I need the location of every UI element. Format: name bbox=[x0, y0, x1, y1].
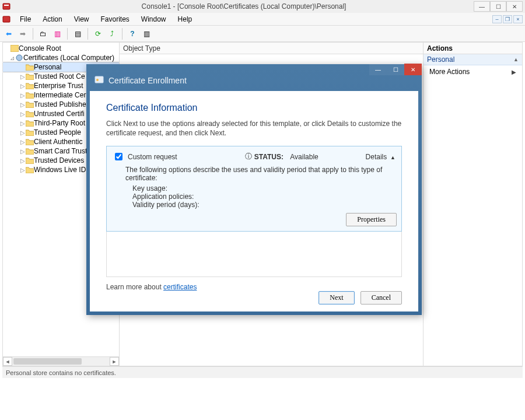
expand-icon[interactable]: ▷ bbox=[19, 102, 26, 108]
actions-group-label: Personal bbox=[427, 55, 454, 64]
tree-item-label: Trusted Devices bbox=[34, 156, 84, 164]
panel-icon: ▥ bbox=[54, 30, 61, 38]
svg-rect-0 bbox=[3, 4, 10, 9]
expand-icon[interactable]: ▷ bbox=[19, 83, 26, 89]
menu-file[interactable]: File bbox=[14, 14, 37, 24]
chevron-up-icon: ▲ bbox=[513, 57, 519, 62]
tree-item-label: Windows Live ID bbox=[34, 166, 86, 174]
dialog-instructions: Click Next to use the options already se… bbox=[106, 119, 402, 138]
mdi-restore-button[interactable]: ❐ bbox=[503, 15, 512, 23]
mdi-close-button[interactable]: × bbox=[513, 15, 523, 23]
scroll-track[interactable] bbox=[12, 357, 110, 366]
actions-more-label: More Actions bbox=[429, 68, 470, 76]
menu-bar: File Action View Favorites Window Help –… bbox=[0, 13, 525, 26]
tree-item-label: Trusted People bbox=[34, 128, 81, 136]
dialog-close-button[interactable]: ✕ bbox=[404, 64, 422, 75]
dialog-minimize-button[interactable]: — bbox=[369, 64, 387, 75]
toolbar-refresh-button[interactable]: ⟳ bbox=[92, 27, 104, 40]
dialog-maximize-button[interactable]: ☐ bbox=[387, 64, 404, 75]
nav-forward-button[interactable]: ➡ bbox=[16, 27, 29, 40]
mdi-minimize-button[interactable]: – bbox=[492, 15, 502, 23]
expand-icon[interactable]: ▷ bbox=[19, 74, 26, 80]
folder-icon bbox=[26, 166, 34, 173]
folder-icon bbox=[26, 129, 34, 136]
expand-icon[interactable]: ▷ bbox=[19, 167, 26, 173]
toolbar-properties-button[interactable]: ▤ bbox=[71, 27, 84, 40]
tree-certs-label: Certificates (Local Computer) bbox=[23, 54, 114, 62]
help-icon: ? bbox=[130, 30, 134, 38]
chevron-right-icon: ▶ bbox=[512, 69, 516, 75]
details-toggle[interactable]: Details ▲ bbox=[366, 153, 396, 161]
toolbar-export-button[interactable]: ⤴ bbox=[106, 27, 118, 40]
menu-window[interactable]: Window bbox=[135, 14, 172, 24]
actions-more-actions[interactable]: More Actions ▶ bbox=[424, 65, 522, 78]
custom-request-checkbox[interactable] bbox=[115, 153, 123, 160]
next-button[interactable]: Next bbox=[318, 291, 354, 304]
list-icon: ▤ bbox=[75, 30, 81, 38]
expand-icon[interactable]: ▷ bbox=[19, 111, 26, 117]
folder-icon bbox=[26, 157, 34, 164]
toolbar-separator bbox=[67, 28, 68, 40]
tree-item-label: Enterprise Trust bbox=[34, 82, 83, 90]
toolbar-separator bbox=[33, 28, 33, 40]
expand-icon[interactable]: ▷ bbox=[19, 120, 26, 127]
validity-period-label: Validity period (days): bbox=[132, 201, 396, 209]
options-description: The following options describe the uses … bbox=[125, 166, 396, 182]
refresh-icon: ⟳ bbox=[95, 30, 101, 38]
titlebar-minimize-button[interactable]: — bbox=[474, 1, 490, 12]
expand-icon[interactable]: ▷ bbox=[19, 148, 26, 155]
column-header-object-type[interactable]: Object Type bbox=[120, 43, 423, 54]
status-value: Available bbox=[290, 153, 318, 161]
menu-action[interactable]: Action bbox=[37, 14, 68, 24]
tree-item-label: Client Authentic bbox=[34, 138, 82, 146]
dialog-titlebar-controls: — ☐ ✕ bbox=[86, 64, 422, 70]
tree-item-label: Personal bbox=[34, 63, 61, 71]
learn-more: Learn more about certificates bbox=[106, 283, 402, 291]
tree-item-label: Trusted Publishe bbox=[34, 100, 86, 108]
folder-icon bbox=[26, 73, 34, 80]
toolbar-show-hide-button[interactable]: ▥ bbox=[51, 27, 64, 40]
actions-group-personal[interactable]: Personal ▲ bbox=[424, 54, 522, 65]
expand-icon[interactable]: ▷ bbox=[19, 92, 26, 99]
collapse-icon[interactable]: ⊿ bbox=[9, 55, 15, 61]
request-panel-extra bbox=[106, 232, 402, 277]
scroll-right-button[interactable]: ► bbox=[110, 357, 119, 366]
view-icon: ▥ bbox=[144, 30, 150, 38]
menu-favorites[interactable]: Favorites bbox=[95, 14, 135, 24]
menu-view[interactable]: View bbox=[68, 14, 95, 24]
tree-certificates[interactable]: ⊿ Certificates (Local Computer) bbox=[3, 53, 119, 62]
titlebar-close-button[interactable]: ✕ bbox=[506, 1, 523, 12]
expand-icon[interactable]: ▷ bbox=[19, 158, 26, 164]
folder-icon bbox=[26, 101, 34, 108]
toolbar-separator bbox=[122, 28, 123, 40]
status-bar: Personal store contains no certificates. bbox=[2, 366, 523, 378]
scroll-thumb[interactable] bbox=[13, 358, 82, 365]
export-icon: ⤴ bbox=[110, 30, 114, 38]
toolbar-up-button[interactable]: 🗀 bbox=[37, 27, 50, 40]
application-policies-label: Application policies: bbox=[132, 192, 396, 201]
titlebar-maximize-button[interactable]: ☐ bbox=[490, 1, 506, 12]
window-title: Console1 - [Console Root\Certificates (L… bbox=[14, 2, 474, 10]
toolbar-view-button[interactable]: ▥ bbox=[140, 27, 153, 40]
tree-item-label: Intermediate Cer bbox=[34, 91, 86, 99]
cancel-button[interactable]: Cancel bbox=[360, 291, 402, 304]
mdi-controls: – ❐ × bbox=[492, 15, 525, 23]
status-label: STATUS: bbox=[254, 153, 284, 161]
certificate-store-icon bbox=[15, 54, 23, 61]
menu-help[interactable]: Help bbox=[172, 14, 198, 24]
learn-more-link[interactable]: certificates bbox=[163, 283, 197, 291]
expand-icon[interactable]: ▷ bbox=[19, 139, 26, 145]
folder-icon bbox=[26, 148, 34, 155]
folder-icon bbox=[26, 110, 34, 117]
toolbar-help-button[interactable]: ? bbox=[126, 27, 139, 40]
svg-point-4 bbox=[16, 55, 22, 61]
info-icon: ⓘ bbox=[245, 152, 252, 162]
tree-horizontal-scrollbar[interactable]: ◄ ► bbox=[3, 356, 119, 366]
expand-icon[interactable]: ▷ bbox=[19, 130, 26, 136]
scroll-left-button[interactable]: ◄ bbox=[3, 357, 12, 366]
properties-button[interactable]: Properties bbox=[346, 213, 397, 226]
tree-root[interactable]: Console Root bbox=[3, 44, 119, 53]
svg-rect-2 bbox=[3, 16, 10, 22]
folder-icon bbox=[26, 92, 34, 99]
nav-back-button[interactable]: ⬅ bbox=[2, 27, 15, 40]
